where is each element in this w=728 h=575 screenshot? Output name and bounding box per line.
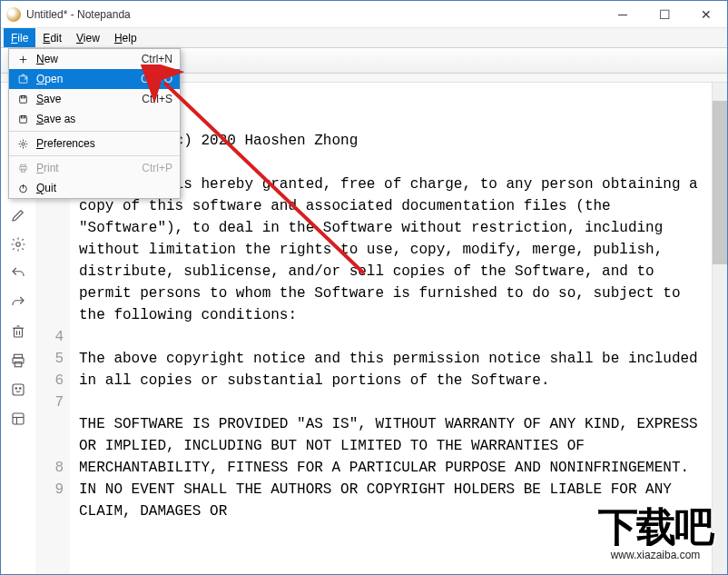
window-title: Untitled* - Notepanda — [26, 8, 131, 21]
minimize-button[interactable]: ─ — [602, 1, 644, 27]
menu-help[interactable]: Help — [107, 28, 144, 47]
svg-point-31 — [21, 142, 24, 144]
menubar: File Edit View Help — [1, 28, 727, 48]
menu-quit[interactable]: Quit — [9, 178, 180, 198]
vertical-scrollbar[interactable] — [712, 83, 727, 574]
undo-icon[interactable] — [7, 263, 29, 284]
svg-point-20 — [20, 388, 22, 390]
window-controls: ─ ☐ ✕ — [602, 1, 727, 27]
print-icon[interactable] — [7, 350, 29, 372]
open-icon — [15, 74, 31, 85]
print-icon — [15, 163, 31, 174]
svg-rect-33 — [19, 166, 26, 170]
menu-new[interactable]: New Ctrl+N — [9, 49, 180, 69]
menu-separator — [9, 155, 180, 156]
scrollbar-thumb[interactable] — [713, 101, 727, 264]
svg-rect-10 — [15, 328, 23, 337]
panel-icon[interactable] — [7, 408, 29, 430]
close-button[interactable]: ✕ — [685, 1, 727, 27]
menu-open[interactable]: Open Ctrl+O — [9, 69, 180, 89]
trash-icon[interactable] — [7, 321, 29, 342]
power-icon — [15, 183, 31, 194]
menu-separator — [9, 131, 180, 132]
menu-print[interactable]: Print Ctrl+P — [9, 158, 180, 178]
redo-icon[interactable] — [7, 292, 29, 313]
svg-rect-26 — [19, 75, 27, 83]
svg-rect-18 — [13, 384, 24, 395]
edit-icon[interactable] — [7, 204, 29, 226]
save-icon — [15, 114, 31, 125]
svg-rect-21 — [13, 413, 24, 424]
menu-preferences[interactable]: Preferences — [9, 134, 180, 154]
svg-rect-30 — [21, 115, 25, 117]
menu-save-as[interactable]: Save as — [9, 109, 180, 129]
menu-file[interactable]: File — [4, 28, 35, 47]
svg-point-19 — [15, 388, 17, 390]
menu-edit[interactable]: Edit — [35, 28, 69, 47]
svg-rect-27 — [19, 95, 26, 103]
svg-rect-17 — [15, 362, 22, 367]
app-icon — [6, 7, 21, 22]
svg-rect-29 — [19, 115, 26, 123]
svg-point-9 — [16, 243, 21, 247]
file-menu-dropdown: New Ctrl+N Open Ctrl+O Save Ctrl+S Save … — [8, 48, 181, 199]
sticker-icon[interactable] — [7, 379, 29, 401]
save-icon — [15, 94, 31, 105]
svg-rect-28 — [21, 95, 25, 97]
gear-icon — [15, 138, 31, 150]
titlebar: Untitled* - Notepanda ─ ☐ ✕ — [1, 1, 727, 28]
settings-icon[interactable] — [7, 233, 29, 255]
maximize-button[interactable]: ☐ — [644, 1, 685, 27]
svg-rect-34 — [21, 169, 25, 172]
plus-icon — [15, 54, 31, 65]
menu-view[interactable]: View — [69, 28, 107, 47]
menu-save[interactable]: Save Ctrl+S — [9, 89, 180, 109]
